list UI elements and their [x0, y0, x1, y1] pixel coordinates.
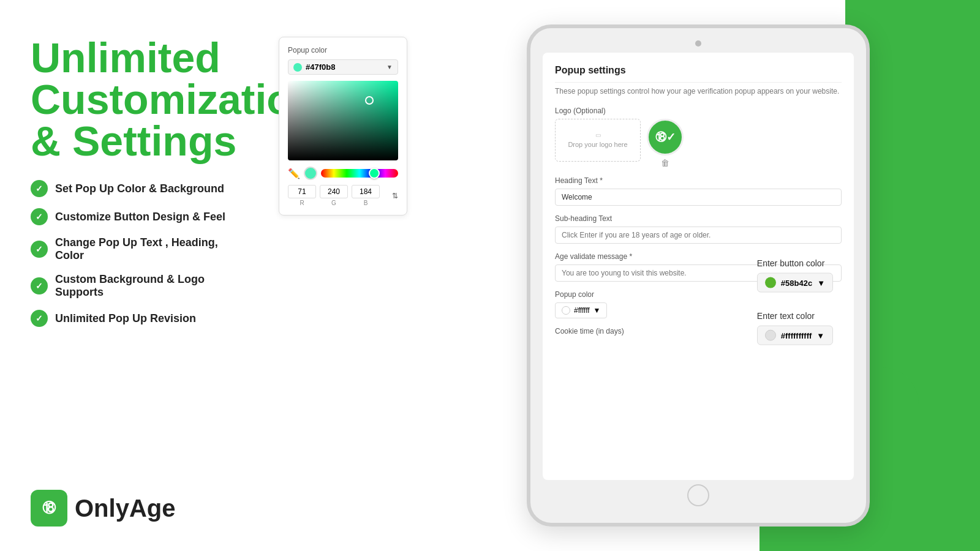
logo-label: Logo (Optional) [555, 107, 842, 115]
list-item: Change Pop Up Text , Heading, Color [31, 236, 245, 262]
list-item: Custom Background & Logo Supports [31, 273, 245, 299]
brand-icon: ⑱ [31, 490, 67, 527]
top-content: Unlimited Customization & Settings Set P… [31, 37, 245, 351]
heading-text-label: Heading Text * [555, 176, 842, 185]
rgb-b-input[interactable] [352, 185, 380, 198]
brand-name: OnlyAge [75, 495, 175, 522]
rgb-type-toggle-icon[interactable]: ⇅ [392, 192, 398, 200]
tablet-camera [695, 40, 701, 47]
check-icon-2 [31, 208, 48, 225]
text-color-label: Enter text color [757, 311, 833, 321]
rgb-r-group: R [288, 185, 316, 206]
feature-text-1: Set Pop Up Color & Background [55, 182, 224, 195]
text-color-dot [765, 330, 776, 341]
check-icon-3 [31, 241, 48, 258]
feature-text-5: Unlimited Pop Up Revision [55, 312, 196, 325]
logo-preview-image: ⑱✓ [647, 119, 684, 156]
rgb-inputs-row: R G B ⇅ [288, 185, 398, 206]
logo-preview-box: ⑱✓ 🗑 [647, 119, 684, 168]
list-item: Set Pop Up Color & Background [31, 180, 245, 197]
color-picker-label: Popup color [288, 46, 398, 54]
tablet-bottom [687, 480, 709, 511]
left-section: Unlimited Customization & Settings Set P… [0, 0, 270, 551]
popup-settings-desc: These popup settings control how your ag… [555, 86, 842, 97]
rgb-g-label: G [331, 200, 336, 206]
drop-zone-icon: ▭ [595, 132, 601, 138]
right-section: Enter button color #58b42c ▼ Enter text … [417, 0, 980, 551]
feature-text-3: Change Pop Up Text , Heading, Color [55, 236, 245, 262]
popup-color-dot [562, 306, 570, 315]
feature-text-4: Custom Background & Logo Supports [55, 273, 245, 299]
button-color-group: Enter button color #58b42c ▼ [757, 258, 833, 293]
text-color-picker[interactable]: #ffffffffff ▼ [757, 326, 833, 345]
delete-logo-icon[interactable]: 🗑 [661, 158, 669, 168]
dropdown-arrow-icon[interactable]: ▼ [386, 64, 393, 70]
button-color-hex: #58b42c [781, 278, 812, 287]
gradient-picker[interactable] [288, 81, 398, 160]
button-color-label: Enter button color [757, 258, 833, 268]
subheading-section: Sub-heading Text [555, 214, 842, 244]
right-color-panel: Enter button color #58b42c ▼ Enter text … [757, 258, 833, 345]
subheading-label: Sub-heading Text [555, 214, 842, 223]
hue-slider[interactable] [321, 169, 398, 178]
brand-icon-label: ⑱ [42, 499, 56, 517]
gradient-handle[interactable] [365, 96, 374, 105]
color-circle-preview [304, 167, 317, 180]
color-hex-display[interactable]: #47f0b8 ▼ [288, 59, 398, 75]
color-preview-dot [293, 63, 302, 72]
logo-preview-label: ⑱✓ [655, 130, 676, 144]
feature-text-2: Customize Button Design & Feel [55, 211, 225, 223]
text-color-hex: #ffffffffff [781, 331, 812, 340]
rgb-b-label: B [364, 200, 368, 206]
heading-line1: Unlimited [31, 34, 221, 81]
button-color-dropdown-icon[interactable]: ▼ [817, 278, 825, 287]
check-icon-4 [31, 277, 48, 294]
tablet-home-button[interactable] [687, 484, 709, 506]
eyedropper-icon[interactable]: ✏️ [288, 168, 300, 179]
list-item: Customize Button Design & Feel [31, 208, 245, 225]
button-color-picker[interactable]: #58b42c ▼ [757, 273, 833, 293]
list-item: Unlimited Pop Up Revision [31, 310, 245, 327]
hue-handle[interactable] [369, 168, 380, 179]
brand-logo: ⑱ OnlyAge [31, 490, 245, 527]
rgb-g-group: G [320, 185, 348, 206]
popup-color-hex: #ffffff [574, 306, 590, 315]
popup-settings-title: Popup settings [555, 65, 842, 83]
drop-zone-text: Drop your logo here [568, 141, 627, 148]
color-picker-section: Popup color #47f0b8 ▼ ✏️ R [270, 0, 417, 551]
logo-upload-area: ▭ Drop your logo here ⑱✓ 🗑 [555, 119, 842, 168]
text-color-dropdown-icon[interactable]: ▼ [816, 331, 824, 340]
color-hex-value: #47f0b8 [306, 62, 335, 72]
subheading-input[interactable] [555, 227, 842, 244]
logo-section: Logo (Optional) ▭ Drop your logo here ⑱✓… [555, 107, 842, 168]
popup-color-dropdown[interactable]: ▼ [594, 306, 601, 315]
check-icon-1 [31, 180, 48, 197]
popup-color-picker[interactable]: #ffffff ▼ [555, 302, 607, 318]
heading-text-input[interactable] [555, 189, 842, 206]
text-color-group: Enter text color #ffffffffff ▼ [757, 311, 833, 345]
main-container: Unlimited Customization & Settings Set P… [0, 0, 980, 551]
page-heading: Unlimited Customization & Settings [31, 37, 245, 162]
color-picker-card: Popup color #47f0b8 ▼ ✏️ R [279, 37, 407, 216]
button-color-dot [765, 277, 776, 288]
logo-drop-zone[interactable]: ▭ Drop your logo here [555, 119, 641, 162]
rgb-g-input[interactable] [320, 185, 348, 198]
rgb-b-group: B [352, 185, 380, 206]
rgb-r-label: R [300, 200, 304, 206]
heading-text-section: Heading Text * [555, 176, 842, 206]
tools-row: ✏️ [288, 167, 398, 180]
check-icon-5 [31, 310, 48, 327]
rgb-r-input[interactable] [288, 185, 316, 198]
heading-line3: & Settings [31, 118, 236, 164]
feature-list: Set Pop Up Color & Background Customize … [31, 180, 245, 327]
